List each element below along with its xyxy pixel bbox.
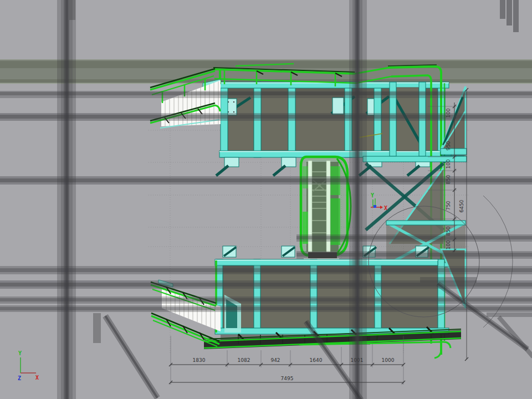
dim-label: 750: [446, 201, 451, 210]
dim-label: 100: [446, 159, 451, 168]
dim-label: 1082: [238, 357, 250, 363]
dim-label: 850: [446, 226, 451, 236]
dim-overall-label: 6450: [459, 200, 464, 212]
dim-label: 1640: [310, 357, 323, 363]
world-axis-x-label: X: [35, 375, 39, 381]
dim-label: 1830: [193, 357, 206, 363]
world-axis-z-label: Z: [18, 375, 21, 381]
dim-label: 942: [270, 357, 280, 363]
model-axis-x-label: X: [384, 205, 387, 211]
lower-platform: [215, 246, 449, 345]
existing-column-center: [349, 0, 367, 399]
cad-drawing: 1830 1082 942 1640 1001 1000 7495: [0, 0, 532, 399]
dim-label: 1000: [382, 357, 395, 363]
dim-label: 950: [446, 141, 451, 150]
model-axis-y-label: Y: [371, 192, 374, 198]
dim-total-label: 7495: [281, 376, 294, 381]
cad-viewport[interactable]: 1830 1082 942 1640 1001 1000 7495: [0, 0, 532, 399]
world-axis-y-label: Y: [18, 350, 22, 356]
existing-column-left: [57, 0, 76, 399]
